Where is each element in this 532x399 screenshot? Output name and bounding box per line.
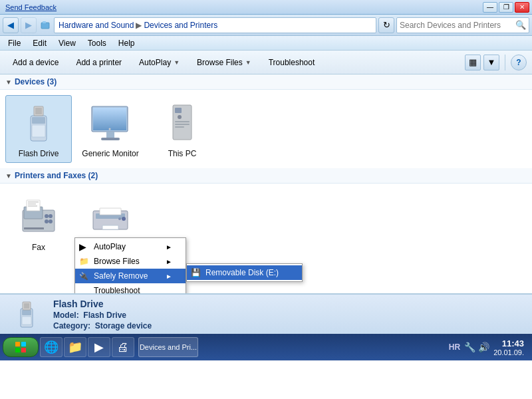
- svg-rect-0: [41, 23, 49, 29]
- svg-rect-14: [175, 108, 182, 113]
- forward-button[interactable]: ▶: [21, 17, 37, 33]
- devices-section-header[interactable]: ▼ Devices (3): [0, 74, 532, 90]
- devices-section-label: Devices (3): [15, 77, 57, 86]
- sys-lang: HR: [449, 342, 460, 352]
- svg-rect-29: [24, 227, 44, 229]
- address-icon: [39, 17, 52, 33]
- printers-section-arrow: ▼: [5, 172, 12, 180]
- fax-label: Fax: [32, 243, 45, 252]
- breadcrumb-arrow: ▶: [136, 21, 142, 30]
- menu-view[interactable]: View: [53, 37, 81, 49]
- ctx-autoplay-icon: ▶: [79, 241, 86, 252]
- doc-writer-icon: [86, 194, 134, 241]
- browse-files-button[interactable]: Browse Files ▼: [190, 53, 259, 72]
- svg-rect-39: [24, 303, 29, 309]
- svg-rect-44: [21, 348, 26, 352]
- search-box[interactable]: 🔍: [396, 17, 529, 33]
- menu-help[interactable]: Help: [113, 37, 140, 49]
- svg-point-27: [45, 219, 49, 223]
- menu-bar: File Edit View Tools Help: [0, 36, 532, 51]
- status-category-label: Category:: [53, 321, 90, 331]
- ctx-troubleshoot[interactable]: Troubleshoot: [75, 283, 186, 294]
- submenu: 💾 Removable Disk (E:): [186, 263, 303, 282]
- svg-rect-10: [106, 132, 114, 138]
- svg-point-26: [49, 214, 53, 218]
- taskbar-systray: HR 🔧 🔊 11:43 20.01.09.: [444, 338, 529, 356]
- menu-edit[interactable]: Edit: [27, 37, 52, 49]
- ctx-autoplay[interactable]: ▶ AutoPlay ►: [75, 239, 186, 254]
- flash-drive-icon: [19, 101, 59, 146]
- sys-clock[interactable]: 11:43 20.01.09.: [493, 338, 524, 356]
- monitor-label: Generic Monitor: [82, 149, 138, 158]
- status-flash-icon: [12, 298, 41, 331]
- menu-tools[interactable]: Tools: [82, 37, 112, 49]
- address-path[interactable]: Hardware and Sound ▶ Devices and Printer…: [54, 17, 376, 33]
- status-model: Model: Flash Drive: [53, 311, 152, 320]
- taskbar-media-icon[interactable]: ▶: [88, 337, 110, 357]
- pc-label: This PC: [168, 149, 197, 158]
- minimize-button[interactable]: —: [483, 2, 497, 13]
- svg-rect-42: [21, 342, 26, 346]
- start-icon: [14, 340, 27, 354]
- svg-rect-9: [93, 108, 126, 130]
- sys-icons: 🔧 🔊: [464, 342, 489, 352]
- svg-rect-5: [35, 108, 42, 114]
- menu-file[interactable]: File: [3, 37, 26, 49]
- ctx-browse-label: Browse Files: [94, 257, 140, 266]
- view-toggle-button[interactable]: ▦: [465, 55, 481, 70]
- svg-rect-33: [102, 225, 118, 229]
- status-model-value: Flash Drive: [83, 311, 126, 320]
- main-content: ▼ Devices (3) Flash Drive: [0, 74, 532, 294]
- svg-rect-32: [100, 208, 121, 215]
- taskbar-printer-icon[interactable]: 🖨: [112, 337, 134, 357]
- close-button[interactable]: ✕: [515, 2, 529, 13]
- ctx-browse[interactable]: 📁 Browse Files ►: [75, 254, 186, 269]
- ctx-remove-label: Safely Remove: [94, 271, 148, 281]
- ctx-remove-arrow: ►: [166, 273, 172, 280]
- refresh-button[interactable]: ↻: [378, 17, 394, 33]
- browse-files-arrow: ▼: [245, 59, 251, 66]
- removable-disk-label: Removable Disk (E:): [205, 268, 279, 277]
- taskbar-ie-icon[interactable]: 🌐: [40, 337, 63, 357]
- status-info: Flash Drive Model: Flash Drive Category:…: [53, 299, 152, 331]
- svg-rect-40: [22, 317, 31, 325]
- toolbar: Add a device Add a printer AutoPlay ▼ Br…: [0, 51, 532, 74]
- restore-button[interactable]: ❐: [499, 2, 513, 13]
- add-printer-button[interactable]: Add a printer: [68, 53, 129, 72]
- browse-files-label: Browse Files: [197, 58, 243, 67]
- devices-grid: Flash Drive: [0, 90, 532, 168]
- svg-rect-1: [43, 21, 46, 23]
- device-item-fax[interactable]: Fax: [5, 189, 72, 266]
- search-input[interactable]: [400, 21, 515, 30]
- svg-rect-43: [15, 348, 20, 352]
- ctx-browse-icon: 📁: [79, 257, 89, 266]
- breadcrumb-devices: Devices and Printers: [144, 21, 217, 30]
- monitor-icon-wrap: [86, 100, 134, 148]
- breadcrumb-hardware: Hardware and Sound: [59, 21, 134, 30]
- taskbar-folder-icon[interactable]: 📁: [64, 337, 86, 357]
- printers-section-header[interactable]: ▼ Printers and Faxes (2): [0, 168, 532, 184]
- taskbar-active-window[interactable]: Devices and Pri...: [138, 337, 198, 357]
- toolbar-divider: [505, 55, 505, 70]
- status-device-name: Flash Drive: [53, 299, 152, 309]
- start-button[interactable]: [3, 337, 39, 357]
- removable-disk-icon: 💾: [191, 268, 201, 277]
- feedback-link[interactable]: Send Feedback: [5, 3, 57, 11]
- taskbar: 🌐 📁 ▶ 🖨 Devices and Pri... HR 🔧 🔊 11:43 …: [0, 334, 532, 360]
- taskbar-window-label: Devices and Pri...: [140, 343, 197, 351]
- device-item-pc[interactable]: This PC: [149, 95, 215, 163]
- network-icon: 🔧: [464, 342, 475, 352]
- autoplay-button[interactable]: AutoPlay ▼: [132, 53, 187, 72]
- device-item-flash-drive[interactable]: Flash Drive: [5, 95, 72, 163]
- submenu-removable-disk[interactable]: 💾 Removable Disk (E:): [187, 265, 302, 280]
- add-device-button[interactable]: Add a device: [5, 53, 66, 72]
- flash-drive-label: Flash Drive: [19, 149, 59, 158]
- ctx-safely-remove[interactable]: 🔌 Safely Remove ►: [75, 269, 186, 283]
- troubleshoot-button[interactable]: Troubleshoot: [261, 53, 323, 72]
- autoplay-label: AutoPlay: [139, 58, 171, 67]
- help-button[interactable]: ?: [511, 55, 527, 70]
- device-item-monitor[interactable]: Generic Monitor: [77, 95, 144, 163]
- view-dropdown-button[interactable]: ▼: [483, 55, 499, 70]
- ctx-remove-icon: 🔌: [79, 272, 88, 281]
- back-button[interactable]: ◀: [3, 17, 19, 33]
